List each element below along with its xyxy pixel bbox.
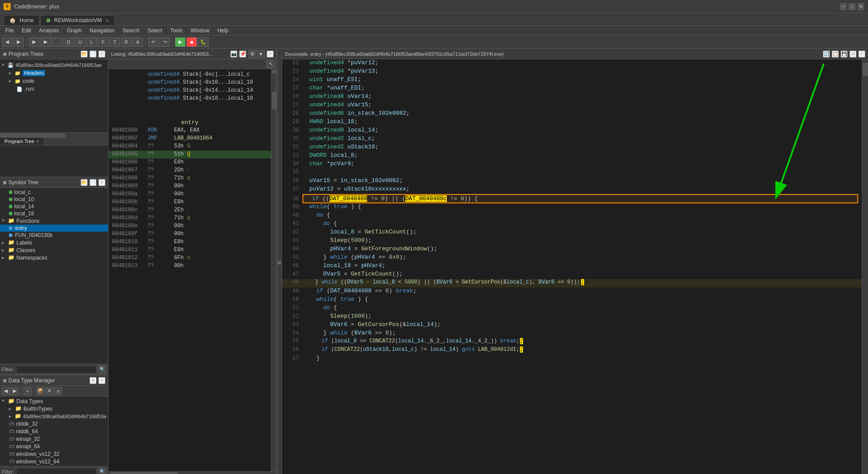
tab-home[interactable]: 🏠 Home bbox=[4, 15, 39, 25]
program-trees-scrollbar-h[interactable] bbox=[0, 132, 108, 138]
listing-instr-4[interactable]: 00401006 ?? E8h bbox=[108, 159, 271, 167]
dtm-item-wvs12-32[interactable]: 🗃 windows_vs12_32 bbox=[0, 450, 108, 458]
dtm-item-datatypes[interactable]: ▼ 📁 Data Types bbox=[0, 397, 108, 405]
listing-instr-16[interactable]: 00401012 ?? 6Fh o bbox=[108, 254, 271, 262]
dtm-list-btn[interactable]: ≡ bbox=[54, 387, 62, 395]
symbol-item-local_18[interactable]: local_18 bbox=[0, 210, 108, 217]
listing-instr-1[interactable]: 00401002 JMP LAB_00401064 bbox=[108, 135, 271, 143]
minimize-button[interactable]: ─ bbox=[840, 3, 847, 10]
decompile-copy-btn[interactable]: 📋 bbox=[832, 51, 839, 58]
toolbar-btn-stop[interactable]: ■ bbox=[186, 37, 197, 47]
symbol-item-functions[interactable]: ▼ 📁 Functions bbox=[0, 217, 108, 225]
toolbar-btn-9[interactable]: R bbox=[121, 37, 132, 47]
dtm-add-btn[interactable]: + bbox=[23, 387, 31, 395]
toolbar-btn-2[interactable]: ▶ bbox=[40, 37, 51, 47]
listing-scrollbar-h[interactable] bbox=[108, 471, 276, 474]
menu-search[interactable]: Search bbox=[119, 27, 143, 35]
listing-instr-5[interactable]: 00401007 ?? 2Dh - bbox=[108, 167, 271, 175]
listing-pin-btn[interactable]: 📌 bbox=[239, 51, 246, 58]
toolbar-btn-3[interactable]: ⬛ bbox=[52, 37, 62, 47]
program-trees-new-btn[interactable]: 📄 bbox=[89, 51, 97, 58]
listing-instr-13[interactable]: 0040100f ?? 00h bbox=[108, 230, 271, 238]
dtm-item-ntddk32[interactable]: 🗃 ntddk_32 bbox=[0, 420, 108, 427]
symbol-item-local_10[interactable]: local_10 bbox=[0, 196, 108, 203]
dtm-item-ntddk64[interactable]: 🗃 ntddk_64 bbox=[0, 427, 108, 435]
symbol-tree-close-btn[interactable]: ✕ bbox=[98, 179, 105, 186]
tab-program-tree-close[interactable]: ✕ bbox=[36, 139, 39, 144]
program-trees-close-btn[interactable]: ✕ bbox=[98, 51, 105, 58]
tab-close-icon[interactable]: ✕ bbox=[105, 18, 109, 23]
symbol-tree-btn1[interactable]: 📂 bbox=[81, 179, 88, 186]
symbol-filter-input[interactable] bbox=[16, 365, 97, 373]
window-controls[interactable]: ─ □ ✕ bbox=[840, 3, 864, 10]
tree-item-code[interactable]: ▶ 📁 code bbox=[0, 77, 108, 85]
symbol-item-entry[interactable]: entry bbox=[0, 225, 108, 232]
listing-options-btn[interactable]: ▼ bbox=[257, 50, 265, 58]
decompile-refresh-btn[interactable]: 🔄 bbox=[823, 51, 830, 58]
symbol-item-labels[interactable]: ▶ 📁 Labels bbox=[0, 239, 108, 246]
maximize-button[interactable]: □ bbox=[849, 3, 856, 10]
listing-instr-12[interactable]: 0040100e ?? 00h bbox=[108, 222, 271, 230]
listing-instr-2[interactable]: 00401004 ?? 53h S bbox=[108, 143, 271, 151]
dtm-delete-btn[interactable]: ✗ bbox=[45, 387, 53, 395]
menu-window[interactable]: Window bbox=[187, 27, 213, 35]
listing-instr-14[interactable]: 00401010 ?? E8h bbox=[108, 238, 271, 246]
toolbar-btn-6[interactable]: L bbox=[86, 37, 97, 47]
symbol-item-fun[interactable]: FUN_0040130b bbox=[0, 232, 108, 239]
symbol-item-classes[interactable]: ▶ 📁 Classes bbox=[0, 246, 108, 254]
menu-select[interactable]: Select bbox=[144, 27, 166, 35]
menu-file[interactable]: File bbox=[2, 27, 17, 35]
toolbar-btn-5[interactable]: U bbox=[75, 37, 85, 47]
menu-edit[interactable]: Edit bbox=[18, 27, 35, 35]
toolbar-btn-redo[interactable]: ↪ bbox=[159, 37, 170, 47]
toolbar-btn-fwd[interactable]: ▶ bbox=[13, 37, 24, 47]
listing-instr-7[interactable]: 00401009 ?? 00h bbox=[108, 183, 271, 190]
listing-cursor-btn[interactable]: ↖ bbox=[267, 60, 275, 68]
menu-analysis[interactable]: Analysis bbox=[35, 27, 62, 35]
symbol-item-local_14[interactable]: local_14 bbox=[0, 203, 108, 210]
symbol-tree-btn2[interactable]: 📄 bbox=[89, 179, 97, 186]
listing-close-btn[interactable]: ✕ bbox=[267, 51, 274, 58]
tab-rem[interactable]: ⬣ REMWorkstationVM ✕ bbox=[40, 15, 115, 25]
decompile-close-btn[interactable]: ✕ bbox=[858, 51, 865, 58]
toolbar-btn-debug[interactable]: 🐛 bbox=[198, 37, 209, 47]
tree-item-root[interactable]: ▼ 💾 45d89ec308ca69ab82df464b7166f53ae bbox=[0, 61, 108, 69]
decompile-save-btn[interactable]: 💾 bbox=[841, 51, 848, 58]
listing-scrollbar-v[interactable] bbox=[271, 69, 276, 471]
dtm-back-btn[interactable]: ◀ bbox=[2, 387, 10, 395]
menu-tools[interactable]: Tools bbox=[167, 27, 186, 35]
listing-instr-11[interactable]: 0040100d ?? 71h q bbox=[108, 214, 271, 222]
dtm-item-winapi64[interactable]: 🗃 winapi_64 bbox=[0, 443, 108, 450]
dtm-archive-btn[interactable]: 📦 bbox=[36, 387, 44, 395]
listing-sizer[interactable] bbox=[277, 49, 282, 474]
listing-instr-6[interactable]: 00401008 ?? 71h q bbox=[108, 175, 271, 183]
tree-item-headers[interactable]: ▶ 📁 Headers bbox=[0, 69, 108, 77]
menu-help[interactable]: Help bbox=[214, 27, 232, 35]
symbol-item-local_c[interactable]: local_c bbox=[0, 189, 108, 196]
tree-item-rsrc[interactable]: 📄 .rsrc bbox=[0, 85, 108, 93]
dtm-item-hash[interactable]: ▶ 📁 45d89ec308ca69ab82df464b7166f53a bbox=[0, 412, 108, 420]
dtm-close-btn[interactable]: ✕ bbox=[98, 377, 105, 384]
toolbar-btn-1[interactable]: ▶ bbox=[29, 37, 39, 47]
listing-instr-17[interactable]: 00401013 ?? 00h bbox=[108, 262, 271, 270]
listing-snapshot-btn[interactable]: 📷 bbox=[230, 51, 237, 58]
filter-search-btn[interactable]: 🔍 bbox=[98, 365, 106, 373]
decompile-options-btn[interactable]: ⚙ bbox=[849, 51, 856, 58]
listing-instr-0[interactable]: 00401000 XOR EAX, EAX bbox=[108, 127, 271, 135]
listing-instr-8[interactable]: 0040100a ?? 00h bbox=[108, 190, 271, 198]
dtm-item-winapi32[interactable]: 🗃 winapi_32 bbox=[0, 435, 108, 443]
listing-view-btn[interactable]: ⊞ bbox=[248, 50, 256, 58]
listing-instr-3[interactable]: 00401005 ?? 51h Q bbox=[108, 151, 271, 159]
listing-instr-9[interactable]: 0040100b ?? E8h bbox=[108, 198, 271, 206]
listing-instr-15[interactable]: 00401011 ?? E8h bbox=[108, 246, 271, 254]
toolbar-btn-undo[interactable]: ↩ bbox=[148, 37, 159, 47]
close-button[interactable]: ✕ bbox=[857, 3, 864, 10]
dtm-fwd-btn[interactable]: ▶ bbox=[11, 387, 19, 395]
toolbar-btn-7[interactable]: F bbox=[98, 37, 108, 47]
decompile-scrollbar-v[interactable] bbox=[862, 59, 868, 474]
tab-program-tree[interactable]: Program Tree ✕ bbox=[0, 138, 44, 145]
dtm-item-builtin[interactable]: ▶ 📁 BuiltInTypes bbox=[0, 405, 108, 412]
symbol-item-namespaces[interactable]: ▶ 📁 Namespaces bbox=[0, 254, 108, 261]
toolbar-btn-4[interactable]: D bbox=[63, 37, 74, 47]
dtm-item-wvs12-64[interactable]: 🗃 windows_vs12_64 bbox=[0, 458, 108, 465]
